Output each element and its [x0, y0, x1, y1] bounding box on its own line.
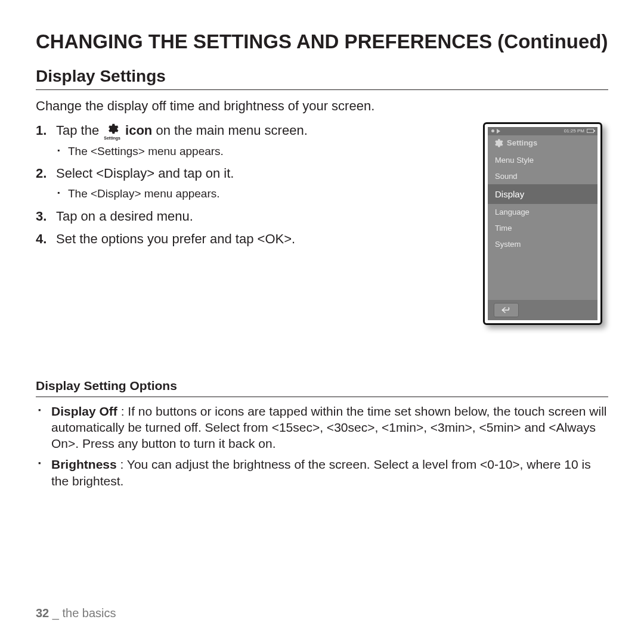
option-item: Display Off : If no buttons or icons are…	[36, 403, 608, 452]
battery-icon	[587, 129, 594, 133]
device-menu-item[interactable]: Sound	[488, 168, 597, 184]
device-menu-item[interactable]: Display	[488, 184, 597, 204]
device-back-bar	[488, 300, 597, 320]
device-menu-item[interactable]: Language	[488, 204, 597, 220]
step-4-bold: <OK>	[258, 231, 292, 246]
device-menu-item[interactable]: System	[488, 236, 597, 252]
back-arrow-icon	[501, 306, 512, 314]
footer-sep: _	[49, 606, 62, 620]
page-number: 32	[36, 606, 49, 620]
device-menu-list: Menu StyleSoundDisplayLanguageTimeSystem	[488, 152, 597, 300]
step-3: Tap on a desired menu.	[36, 208, 471, 225]
step-3-text: Tap on a desired menu.	[56, 209, 193, 224]
step-1: Tap the Settings icon on the main menu s…	[36, 122, 471, 160]
footer-chapter: the basics	[63, 606, 116, 620]
step-2-post: and tap on it.	[154, 166, 234, 181]
device-status-bar: 01:25 PM	[488, 127, 597, 135]
step-4-post: .	[292, 231, 295, 246]
device-screen-header: Settings	[488, 135, 597, 152]
back-button[interactable]	[494, 303, 519, 317]
step-1-sub: The <Settings> menu appears.	[56, 144, 471, 160]
gear-icon	[493, 138, 503, 148]
options-title: Display Setting Options	[36, 379, 608, 397]
step-1-pre: Tap the	[56, 123, 103, 138]
steps-column: Tap the Settings icon on the main menu s…	[36, 122, 471, 254]
device-screenshot: 01:25 PM Settings Menu StyleSoundDisplay…	[483, 122, 608, 325]
option-label: Brightness	[51, 457, 117, 471]
step-2: Select <Display> and tap on it. The <Dis…	[36, 165, 471, 202]
step-2-pre: Select	[56, 166, 96, 181]
option-item: Brightness : You can adjust the brightne…	[36, 456, 608, 489]
play-icon	[497, 129, 500, 134]
settings-icon-caption: Settings	[104, 136, 120, 140]
settings-gear-icon: Settings	[104, 122, 120, 140]
option-text: : If no buttons or icons are tapped with…	[51, 404, 606, 451]
page-footer: 32 _ the basics	[36, 606, 116, 620]
step-1-bold: icon	[125, 123, 152, 138]
device-menu-item[interactable]: Menu Style	[488, 152, 597, 168]
option-label: Display Off	[51, 404, 117, 418]
step-4-pre: Set the options you prefer and tap	[56, 231, 258, 246]
step-4: Set the options you prefer and tap <OK>.	[36, 231, 471, 248]
step-2-bold: <Display>	[96, 166, 154, 181]
section-title: Display Settings	[36, 67, 608, 90]
device-clock: 01:25 PM	[564, 128, 584, 134]
page-title: CHANGING THE SETTINGS AND PREFERENCES (C…	[36, 30, 608, 54]
option-text: : You can adjust the brightness of the s…	[51, 457, 591, 487]
device-header-label: Settings	[507, 138, 537, 147]
step-2-sub: The <Display> menu appears.	[56, 186, 471, 202]
device-menu-item[interactable]: Time	[488, 220, 597, 236]
intro-text: Change the display off time and brightne…	[36, 98, 608, 114]
step-1-post: on the main menu screen.	[156, 123, 307, 138]
options-list: Display Off : If no buttons or icons are…	[36, 403, 608, 489]
